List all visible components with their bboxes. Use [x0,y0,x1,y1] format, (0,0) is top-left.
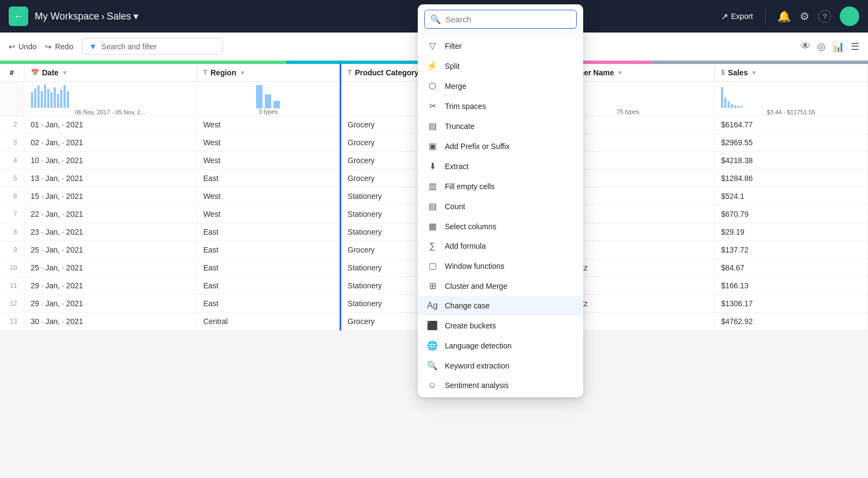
menu-icon-select-columns: ▦ [426,221,438,231]
menu-icon-truncate: ▤ [426,121,438,131]
menu-item-count[interactable]: ▤ Count [418,196,583,216]
menu-label-trim-spaces: Trim spaces [445,102,575,111]
menu-item-change-case[interactable]: Ag Change case [418,296,583,315]
menu-label-add-formula: Add formula [445,242,575,250]
dropdown-search-wrap: 🔍 [418,4,583,34]
menu-item-create-buckets[interactable]: ⬛ Create buckets [418,315,583,335]
menu-icon-merge: ⬡ [426,81,438,91]
menu-label-filter: Filter [445,42,575,50]
menu-item-lang-detection[interactable]: 🌐 Language detection [418,335,583,356]
menu-item-select-columns[interactable]: ▦ Select columns [418,216,583,236]
menu-icon-trim-spaces: ✂ [426,101,438,111]
menu-item-cluster-merge[interactable]: ⊞ Cluster and Merge [418,276,583,296]
menu-label-change-case: Change case [445,301,575,310]
menu-icon-change-case: Ag [426,301,438,311]
menu-label-truncate: Truncate [445,122,575,131]
dropdown-search-box[interactable]: 🔍 [424,10,577,29]
menu-label-extract: Extract [445,162,575,171]
menu-icon-split: ⚡ [426,61,438,71]
menu-item-split[interactable]: ⚡ Split [418,56,583,76]
menu-icon-create-buckets: ⬛ [426,320,438,331]
menu-icon-add-prefix: ▣ [426,141,438,151]
menu-label-split: Split [445,62,575,70]
menu-label-add-prefix: Add Prefix or Suffix [445,142,575,151]
menu-label-lang-detection: Language detection [445,341,575,350]
menu-item-truncate[interactable]: ▤ Truncate [418,116,583,136]
menu-icon-add-formula: ∑ [426,241,438,251]
menu-label-create-buckets: Create buckets [445,321,575,330]
menu-icon-window-functions: ▢ [426,261,438,271]
menu-item-extract[interactable]: ⬇ Extract [418,156,583,176]
menu-items-list: ▽ Filter ⚡ Split ⬡ Merge ✂ Trim spaces ▤… [418,34,583,397]
menu-item-add-prefix[interactable]: ▣ Add Prefix or Suffix [418,136,583,156]
menu-label-count: Count [445,202,575,211]
menu-item-filter[interactable]: ▽ Filter [418,36,583,56]
menu-icon-fill-empty: ▥ [426,181,438,191]
menu-label-sentiment: Sentiment analysis [445,381,575,390]
menu-item-add-formula[interactable]: ∑ Add formula [418,236,583,256]
dropdown-overlay: 🔍 ▽ Filter ⚡ Split ⬡ Merge ✂ Trim spaces… [0,0,868,478]
menu-item-sentiment[interactable]: ☺ Sentiment analysis [418,376,583,395]
menu-label-merge: Merge [445,82,575,91]
menu-icon-filter: ▽ [426,41,438,51]
search-input[interactable] [445,15,571,24]
menu-icon-lang-detection: 🌐 [426,340,438,351]
menu-icon-count: ▤ [426,201,438,211]
menu-item-trim-spaces[interactable]: ✂ Trim spaces [418,96,583,116]
menu-item-fill-empty[interactable]: ▥ Fill empty cells [418,176,583,196]
dropdown-menu: 🔍 ▽ Filter ⚡ Split ⬡ Merge ✂ Trim spaces… [418,4,583,397]
menu-label-select-columns: Select columns [445,222,575,231]
menu-icon-cluster-merge: ⊞ [426,281,438,291]
search-icon: 🔍 [430,14,441,24]
menu-icon-sentiment: ☺ [426,380,438,390]
menu-icon-extract: ⬇ [426,161,438,171]
menu-icon-keyword-extract: 🔍 [426,360,438,371]
menu-label-cluster-merge: Cluster and Merge [445,282,575,290]
menu-item-merge[interactable]: ⬡ Merge [418,76,583,96]
menu-label-keyword-extract: Keyword extraction [445,361,575,370]
menu-label-window-functions: Window functions [445,262,575,270]
menu-item-window-functions[interactable]: ▢ Window functions [418,256,583,276]
menu-label-fill-empty: Fill empty cells [445,182,575,191]
menu-item-keyword-extract[interactable]: 🔍 Keyword extraction [418,356,583,376]
